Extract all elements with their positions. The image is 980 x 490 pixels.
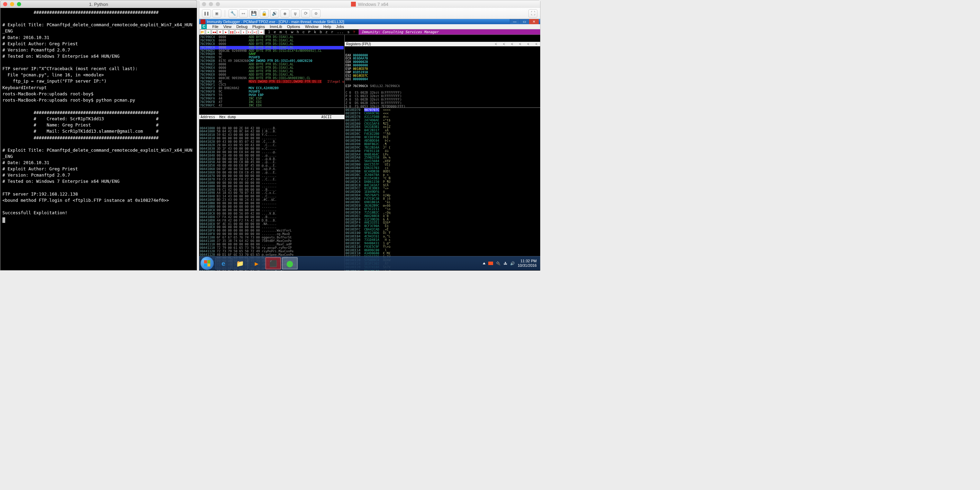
immdbg-toolbar: 📂 » ◀◀ ✖ ▶ ❚❚ ↓↓ ↓ ↑↓ →| → l e m t — [199, 29, 540, 35]
guest-desktop: Immunity Debugger - PCManFTPD2.exe - [CP… — [199, 19, 540, 270]
camera-button[interactable]: ◉ — [280, 10, 290, 17]
view-c[interactable]: c — [302, 30, 305, 34]
windows-logo-icon — [204, 260, 210, 266]
immdbg-title-label: Immunity Debugger - PCManFTPD2.exe - [CP… — [207, 20, 344, 24]
view-b[interactable]: b — [320, 30, 322, 34]
vm-title-label: Windows 7 x64 — [358, 2, 388, 7]
immdbg-icon — [200, 19, 205, 24]
menu-help[interactable]: Help — [323, 25, 331, 29]
terminal-window: 1. Python ##############################… — [0, 0, 197, 271]
stop-icon[interactable]: ✖ — [218, 29, 223, 35]
immdbg-menubar: C File View Debug Plugins ImmLib Options… — [199, 24, 540, 29]
wmp-button[interactable]: ▶ — [249, 257, 264, 270]
view-t[interactable]: t — [285, 30, 288, 34]
clock-date: 10/31/2016 — [518, 263, 537, 268]
view-r[interactable]: r — [331, 30, 334, 34]
menu-file[interactable]: File — [212, 25, 218, 29]
usb-button[interactable]: ψ — [291, 10, 300, 17]
pause-vm-button[interactable]: ❚❚ — [202, 10, 211, 17]
view-l[interactable]: l — [268, 30, 270, 34]
scroll-arrows-icon[interactable]: < < < < < < — [495, 42, 539, 46]
python-icon[interactable]: » — [206, 29, 211, 35]
menu-options[interactable]: Options — [287, 25, 300, 29]
vm-title: Windows 7 x64 — [199, 2, 540, 7]
view-k[interactable]: k — [314, 30, 317, 34]
pcman-task-button[interactable]: ⬤ — [282, 257, 298, 270]
menu-debug[interactable]: Debug — [236, 25, 247, 29]
mdi-restore-icon[interactable]: C — [201, 24, 207, 29]
fit-button[interactable]: ⟷ — [239, 10, 248, 17]
step-into-icon[interactable]: ↓↓ — [235, 29, 240, 35]
view-z[interactable]: z — [325, 30, 328, 34]
vm-toolbar: ❚❚ ▣ 🔧 ⟷ 💾 🔒 🔊 ◉ ψ ⟳ ⚙ ⛶ — [199, 8, 540, 19]
action-center-icon[interactable] — [488, 262, 493, 265]
run-till-icon[interactable]: →| — [253, 29, 258, 35]
cpu-panes: 76C996C4 0000 ADD BYTE PTR DS:[EAX],AL76… — [199, 35, 540, 271]
view-w[interactable]: w — [291, 30, 293, 34]
ie-button[interactable]: e — [215, 257, 231, 270]
fullscreen-button[interactable]: ⛶ — [528, 10, 538, 17]
clock[interactable]: 11:32 PM 10/31/2016 — [518, 259, 537, 268]
disassembly-pane[interactable]: 76C996C4 0000 ADD BYTE PTR DS:[EAX],AL76… — [199, 35, 344, 108]
start-button[interactable] — [200, 257, 214, 270]
menu-window[interactable]: Window — [305, 25, 318, 29]
hexdump-header: Address Hex dump ASCII — [199, 115, 344, 119]
view-s[interactable]: s — [347, 30, 350, 34]
menu-immlib[interactable]: ImmLib — [270, 25, 282, 29]
step-over-icon[interactable]: ↓ — [241, 29, 246, 35]
separator — [225, 10, 225, 17]
network-icon[interactable]: 🖧 — [503, 261, 507, 265]
immdbg-task-button[interactable]: ⬛ — [265, 257, 281, 270]
terminal-output[interactable]: ########################################… — [0, 8, 197, 217]
close-button[interactable]: ✕ — [529, 19, 539, 24]
cursor-icon — [2, 217, 5, 223]
play-icon[interactable]: ▶ — [223, 29, 229, 35]
immdbg-titlebar[interactable]: Immunity Debugger - PCManFTPD2.exe - [CP… — [199, 19, 540, 24]
view-buttons: l e m t w h c P k b z r ... s ? — [264, 30, 359, 34]
stack-pane[interactable]: 0018ED70 9070707C <<<<0018ED74 CA9A9C96 … — [345, 108, 540, 271]
lock-button[interactable]: 🔒 — [260, 10, 269, 17]
view-more[interactable]: ... — [337, 30, 344, 34]
tools-button[interactable]: ⚙ — [312, 10, 321, 17]
goto-icon[interactable]: → — [259, 29, 264, 35]
snapshot-button[interactable]: ▣ — [212, 10, 221, 17]
registers-title: Registers (FPU) — [346, 42, 371, 46]
terminal-title: 1. Python — [0, 2, 197, 7]
volume-icon[interactable]: 🔊 — [510, 261, 515, 266]
windows-taskbar: e 📁 ▶ ⬛ ⬤ 🔌 🖧 🔊 11:32 PM 10/31/2016 — [199, 256, 540, 270]
vm-titlebar[interactable]: Windows 7 x64 — [199, 0, 540, 8]
registers-pane[interactable]: Registers (FPU) < < < < < < EAX 00000000… — [345, 35, 540, 108]
minimize-button[interactable]: — — [510, 19, 519, 24]
vm-window: Windows 7 x64 ❚❚ ▣ 🔧 ⟷ 💾 🔒 🔊 ◉ ψ ⟳ ⚙ ⛶ I… — [199, 0, 541, 271]
settings-button[interactable]: 🔧 — [229, 10, 237, 17]
disk-button[interactable]: 💾 — [249, 10, 258, 17]
view-m[interactable]: m — [279, 30, 282, 34]
maximize-button[interactable]: ▭ — [519, 19, 529, 24]
help-icon[interactable]: ? — [353, 30, 355, 34]
registers-header: Registers (FPU) < < < < < < — [345, 42, 540, 46]
explorer-button[interactable]: 📁 — [232, 257, 248, 270]
sound-button[interactable]: 🔊 — [270, 10, 279, 17]
power-icon[interactable]: 🔌 — [496, 261, 501, 266]
view-P[interactable]: P — [308, 30, 310, 34]
menu-jobs[interactable]: Jobs — [336, 25, 344, 29]
hexdump-pane[interactable]: Address Hex dump ASCII 00441000 00 00 00… — [199, 108, 344, 271]
pause-icon[interactable]: ❚❚ — [229, 29, 234, 35]
view-h[interactable]: h — [297, 30, 299, 34]
clock-time: 11:32 PM — [518, 259, 537, 263]
open-icon[interactable]: 📂 — [200, 29, 205, 35]
brand-banner[interactable]: Immunity: Consulting Services Manager — [359, 29, 540, 35]
immunity-debugger-window: Immunity Debugger - PCManFTPD2.exe - [CP… — [199, 19, 540, 256]
windows-icon — [351, 2, 356, 6]
sync-button[interactable]: ⟳ — [301, 10, 310, 17]
rewind-icon[interactable]: ◀◀ — [212, 29, 217, 35]
menu-plugins[interactable]: Plugins — [253, 25, 265, 29]
system-tray: 🔌 🖧 🔊 11:32 PM 10/31/2016 — [483, 259, 539, 268]
view-e[interactable]: e — [274, 30, 276, 34]
menu-view[interactable]: View — [223, 25, 232, 29]
show-hidden-icon[interactable] — [483, 262, 485, 264]
step-out-icon[interactable]: ↑↓ — [247, 29, 252, 35]
terminal-titlebar[interactable]: 1. Python — [0, 0, 197, 8]
